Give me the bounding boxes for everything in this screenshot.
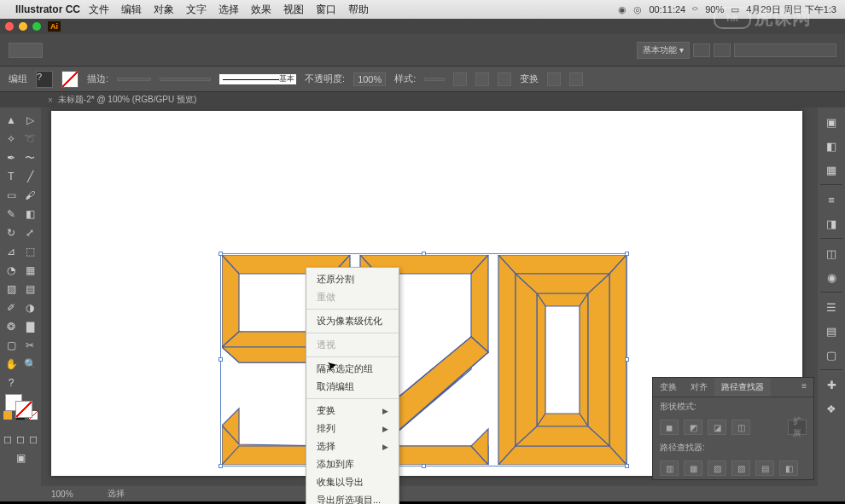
stroke-color-icon[interactable] (15, 401, 32, 418)
swatches-panel-icon[interactable]: ▦ (822, 160, 841, 179)
align-icon[interactable] (475, 72, 489, 86)
edit-icon[interactable] (569, 72, 583, 86)
trim-icon[interactable]: ▦ (684, 461, 702, 476)
ctx-transform[interactable]: 变换▶ (306, 402, 399, 420)
symbols-panel-icon[interactable]: ❖ (822, 399, 841, 418)
eyedropper-tool-icon[interactable]: ✐ (2, 298, 20, 317)
zoom-tool-icon[interactable]: 🔍 (20, 355, 39, 374)
paintbrush-tool-icon[interactable]: 🖌 (20, 186, 39, 205)
perspective-tool-icon[interactable]: ▦ (20, 261, 39, 280)
isolate-icon[interactable] (547, 72, 561, 86)
menu-view[interactable]: 视图 (283, 3, 304, 17)
gradient-tool-icon[interactable]: ▤ (20, 280, 39, 298)
menu-edit[interactable]: 编辑 (121, 3, 142, 17)
home-control[interactable] (9, 43, 43, 58)
stroke-profile[interactable] (160, 78, 211, 81)
menu-select[interactable]: 选择 (219, 3, 239, 17)
transparency-panel-icon[interactable]: ◫ (822, 244, 841, 263)
selection-tool-icon[interactable]: ▲ (2, 111, 20, 130)
screencast-icon[interactable]: ◉ (618, 4, 626, 15)
draw-behind-icon[interactable]: ◻ (16, 430, 25, 449)
artwork-520[interactable] (222, 255, 626, 468)
menu-window[interactable]: 窗口 (316, 3, 336, 17)
menu-file[interactable]: 文件 (89, 3, 109, 17)
share-icon[interactable] (693, 43, 710, 57)
search-field[interactable] (734, 43, 836, 57)
gradient-panel-icon[interactable]: ◨ (822, 214, 841, 233)
panel-tab-pathfinder[interactable]: 路径查找器 (714, 378, 771, 397)
panel-tab-transform[interactable]: 变换 (653, 378, 684, 397)
stroke-panel-icon[interactable]: ≡ (822, 190, 841, 209)
rectangle-tool-icon[interactable]: ▭ (2, 186, 20, 205)
arrange-icon[interactable] (714, 43, 731, 57)
app-name[interactable]: Illustrator CC (15, 3, 80, 15)
fill-swatch[interactable]: ? (36, 71, 53, 88)
ctx-undo[interactable]: 还原分割 (306, 270, 399, 288)
panel-menu-icon[interactable]: ≡ (795, 378, 813, 397)
outline-icon[interactable]: ▤ (755, 461, 774, 476)
menu-object[interactable]: 对象 (154, 3, 174, 17)
expand-button[interactable]: 扩展 (788, 420, 807, 435)
minus-back-icon[interactable]: ◧ (779, 461, 798, 476)
stroke-weight[interactable] (117, 78, 151, 81)
ctx-ungroup[interactable]: 取消编组 (306, 378, 399, 396)
ctx-select[interactable]: 选择▶ (306, 437, 399, 455)
shape-builder-tool-icon[interactable]: ◔ (2, 261, 20, 280)
free-transform-tool-icon[interactable]: ⬚ (20, 242, 39, 261)
magic-wand-tool-icon[interactable]: ✧ (2, 130, 20, 148)
minus-front-icon[interactable]: ◩ (684, 420, 702, 435)
close-button[interactable] (5, 22, 14, 31)
direct-selection-tool-icon[interactable]: ▷ (20, 111, 39, 130)
menu-effect[interactable]: 效果 (251, 3, 271, 17)
ctx-add-library[interactable]: 添加到库 (306, 455, 399, 473)
align2-icon[interactable] (498, 72, 511, 86)
pen-tool-icon[interactable]: ✒ (2, 148, 20, 167)
stroke-swatch[interactable] (61, 71, 79, 88)
siri-icon[interactable]: ◎ (633, 4, 642, 15)
divide-icon[interactable]: ▥ (660, 461, 679, 476)
color-panel-icon[interactable]: ◧ (822, 136, 841, 155)
transform-link[interactable]: 变换 (520, 72, 539, 85)
zoom-level[interactable]: 100% (51, 490, 73, 499)
unknown-tool-icon[interactable]: ? (2, 374, 20, 392)
artboard-tool-icon[interactable]: ▢ (2, 336, 20, 355)
mesh-tool-icon[interactable]: ▨ (2, 280, 20, 298)
crop-icon[interactable]: ▨ (731, 461, 750, 476)
panel-tab-align[interactable]: 对齐 (684, 378, 714, 397)
eraser-tool-icon[interactable]: ◧ (20, 205, 39, 223)
artboards-panel-icon[interactable]: ▢ (822, 345, 841, 364)
rotate-tool-icon[interactable]: ↻ (2, 223, 20, 242)
fill-stroke-control[interactable] (2, 392, 39, 418)
draw-normal-icon[interactable]: ◻ (3, 430, 12, 449)
recolor-icon[interactable] (453, 72, 467, 86)
slice-tool-icon[interactable]: ✂ (20, 336, 39, 355)
wifi-icon[interactable]: ⌔ (692, 4, 698, 14)
appearance-panel-icon[interactable]: ◉ (822, 268, 841, 287)
intersect-icon[interactable]: ◪ (708, 420, 726, 435)
lasso-tool-icon[interactable]: ➰ (20, 130, 39, 148)
workspace-switcher[interactable]: 基本功能 ▾ (637, 42, 690, 59)
ctx-isolate-group[interactable]: 隔离选定的组 (306, 360, 399, 378)
brush-definition[interactable]: 基本 (219, 74, 296, 84)
width-tool-icon[interactable]: ⊿ (2, 242, 20, 261)
draw-inside-icon[interactable]: ◻ (29, 430, 38, 449)
opacity-value[interactable]: 100% (353, 72, 386, 86)
pathfinder-panel[interactable]: 变换 对齐 路径查找器 ≡ 形状模式: ◼ ◩ ◪ ◫ 扩展 路径查找器: ▥ … (652, 377, 814, 480)
document-tab[interactable]: × 未标题-2* @ 100% (RGB/GPU 预览) (48, 94, 196, 106)
screen-mode-icon[interactable]: ▣ (16, 449, 26, 467)
unite-icon[interactable]: ◼ (660, 420, 679, 435)
asset-panel-icon[interactable]: ▤ (822, 322, 841, 340)
style-dropdown[interactable] (424, 78, 445, 81)
exclude-icon[interactable]: ◫ (731, 420, 750, 435)
minimize-button[interactable] (19, 22, 27, 31)
curvature-tool-icon[interactable]: 〜 (20, 148, 39, 167)
hand-tool-icon[interactable]: ✋ (2, 355, 20, 374)
merge-icon[interactable]: ▧ (708, 461, 726, 476)
menu-help[interactable]: 帮助 (348, 3, 369, 17)
scale-tool-icon[interactable]: ⤢ (20, 223, 39, 242)
type-tool-icon[interactable]: T (2, 167, 20, 186)
symbol-sprayer-tool-icon[interactable]: ❂ (2, 317, 20, 336)
line-tool-icon[interactable]: ╱ (20, 167, 39, 186)
properties-panel-icon[interactable]: ▣ (822, 113, 841, 131)
maximize-button[interactable] (32, 22, 41, 31)
